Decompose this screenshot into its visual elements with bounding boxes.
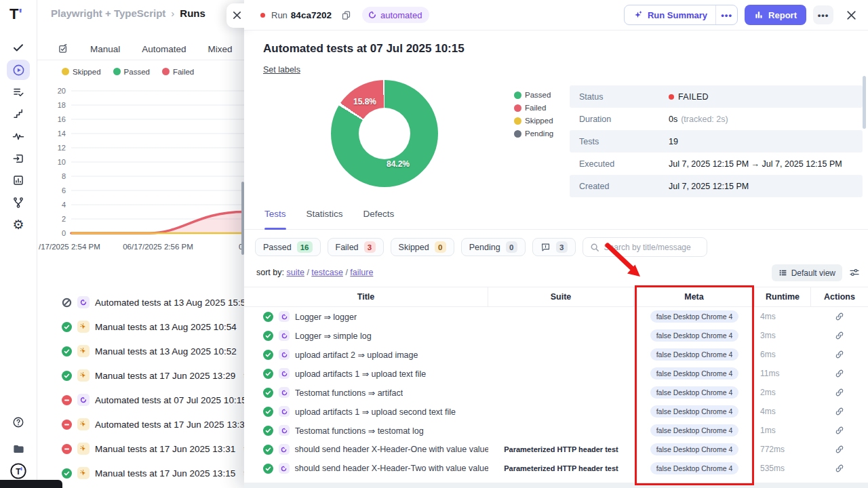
- link-icon[interactable]: [835, 445, 844, 454]
- sidebar-item-settings[interactable]: ⚙: [7, 214, 30, 235]
- passed-dot-icon: [514, 92, 521, 99]
- link-icon[interactable]: [835, 369, 844, 378]
- table-row[interactable]: upload artifact 2 ⇒ upload image false D…: [244, 345, 868, 364]
- tab-mixed[interactable]: Mixed: [208, 44, 233, 54]
- panel-scrollbar[interactable]: [863, 76, 866, 129]
- default-view-button[interactable]: Default view: [772, 264, 842, 281]
- run-list-item[interactable]: Manual tests at 13 Aug 2025 10:52 fro: [62, 344, 254, 358]
- status-passed-icon: [263, 407, 273, 417]
- table-row[interactable]: Logger ⇒ simple log false Desktop Chrome…: [244, 326, 868, 345]
- status-passed-icon: [263, 445, 273, 455]
- set-labels-link[interactable]: Set labels: [263, 65, 300, 75]
- table-row[interactable]: should send header X-Header-Two with val…: [244, 459, 868, 478]
- column-suite[interactable]: Suite: [488, 287, 634, 306]
- search-input[interactable]: [604, 243, 700, 252]
- close-icon: [232, 10, 242, 20]
- tab-automated[interactable]: Automated: [142, 44, 186, 54]
- meta-badge: false Desktop Chrome 4: [650, 367, 739, 380]
- bot-icon: [368, 10, 377, 20]
- app-logo[interactable]: T': [9, 5, 22, 23]
- run-list-item[interactable]: Manual tests at 17 Jun 2025 13:31 from: [62, 442, 259, 455]
- activity-icon: [12, 130, 24, 142]
- run-id: 84ca7202: [291, 10, 332, 20]
- test-suite: [488, 383, 634, 402]
- link-icon[interactable]: [835, 350, 844, 359]
- failed-dot-icon: [514, 104, 521, 112]
- play-circle-icon: [12, 64, 25, 77]
- run-list-item[interactable]: Manual tests at 17 Jun 2025 13:15 from: [62, 466, 259, 480]
- run-list-item[interactable]: Automated tests at 13 Aug 2025 15:53: [62, 296, 259, 309]
- filter-pending-chip[interactable]: Pending0: [461, 238, 526, 256]
- sidebar-item-milestones[interactable]: [7, 104, 30, 124]
- sidebar-item-analytics[interactable]: [7, 170, 30, 190]
- passed-dot-icon: [113, 68, 121, 75]
- profile-logo-button[interactable]: T: [7, 461, 30, 481]
- legend-passed[interactable]: Passed: [113, 68, 150, 76]
- search-box[interactable]: [583, 237, 707, 257]
- run-list-item[interactable]: Manual tests at 17 Jun 2025 13:29 fron: [62, 369, 257, 382]
- filter-failed-chip[interactable]: Failed3: [328, 238, 384, 256]
- test-suite: [488, 326, 634, 345]
- link-icon[interactable]: [835, 388, 844, 397]
- run-list-item[interactable]: Automated tests at 17 Jun 2025 13:30: [62, 418, 258, 431]
- report-button[interactable]: Report: [745, 5, 806, 25]
- meta-badge: false Desktop Chrome 4: [650, 424, 739, 436]
- app-screen: Playwright + TypeScript › Runs Manual Au…: [0, 0, 868, 488]
- run-summary-button[interactable]: Run Summary •••: [624, 5, 738, 25]
- tab-tests[interactable]: Tests: [264, 209, 286, 229]
- table-row[interactable]: Logger ⇒ logger false Desktop Chrome 4 4…: [244, 307, 868, 326]
- automated-badge[interactable]: automated: [362, 7, 429, 23]
- filter-passed-chip[interactable]: Passed16: [255, 238, 321, 256]
- legend-failed[interactable]: Failed: [162, 68, 194, 76]
- column-title[interactable]: Title: [244, 287, 488, 306]
- sidebar-item-branches[interactable]: [7, 192, 30, 213]
- column-runtime[interactable]: Runtime: [755, 287, 811, 306]
- close-panel-button[interactable]: [846, 9, 857, 21]
- column-meta[interactable]: Meta: [634, 287, 755, 306]
- sidebar-item-plans[interactable]: [7, 82, 30, 102]
- table-row[interactable]: upload artifacts 1 ⇒ upload second text …: [244, 402, 868, 421]
- svg-text:12: 12: [58, 144, 66, 152]
- help-button[interactable]: [7, 412, 30, 432]
- link-icon[interactable]: [835, 407, 844, 416]
- tab-defects[interactable]: Defects: [363, 209, 395, 229]
- svg-text:T: T: [16, 467, 21, 476]
- tab-statistics[interactable]: Statistics: [307, 209, 343, 229]
- status-dot-icon: [669, 94, 674, 100]
- sort-testcase-link[interactable]: testcase: [311, 268, 343, 277]
- summary-row-executed: Executed Jul 7, 2025 12:15 PM → Jul 7, 2…: [570, 152, 863, 175]
- copy-icon[interactable]: [341, 10, 351, 20]
- breadcrumb-project[interactable]: Playwright + TypeScript: [51, 7, 165, 19]
- more-actions-button[interactable]: •••: [813, 5, 833, 24]
- run-list-item[interactable]: Automated tests at 07 Jul 2025 10:15: [62, 393, 255, 407]
- tab-manual[interactable]: Manual: [90, 44, 120, 54]
- legend-skipped[interactable]: Skipped: [62, 68, 101, 76]
- link-icon[interactable]: [835, 331, 844, 340]
- link-icon[interactable]: [835, 464, 844, 473]
- link-icon[interactable]: [835, 312, 844, 321]
- filter-skipped-chip[interactable]: Skipped0: [391, 238, 454, 256]
- run-summary-more-button[interactable]: •••: [715, 5, 737, 24]
- sidebar-item-pulse[interactable]: [7, 126, 30, 146]
- view-settings-icon[interactable]: [849, 267, 860, 278]
- table-row[interactable]: should send header X-Header-One with val…: [244, 440, 868, 459]
- select-runs-icon[interactable]: [58, 43, 68, 54]
- table-row[interactable]: upload artifacts 1 ⇒ upload text file fa…: [244, 364, 868, 383]
- breadcrumb-current: Runs: [180, 7, 205, 19]
- projects-button[interactable]: [7, 439, 30, 459]
- sort-suite-link[interactable]: suite: [286, 268, 304, 277]
- test-suite: [488, 421, 634, 440]
- sidebar-item-import[interactable]: [7, 148, 30, 169]
- column-actions[interactable]: Actions: [811, 287, 868, 306]
- link-icon[interactable]: [835, 426, 844, 435]
- sidebar-item-runs[interactable]: [7, 60, 30, 80]
- table-row[interactable]: Testomat functions ⇒ testomat log false …: [244, 421, 868, 440]
- test-title: should send header X-Header-Two with val…: [295, 464, 488, 473]
- run-list-item[interactable]: Manual tests at 13 Aug 2025 10:54 2: [62, 320, 249, 333]
- table-row[interactable]: Testomat functions ⇒ artifact false Desk…: [244, 383, 868, 402]
- failed-percent-label: 15.8%: [353, 97, 376, 106]
- sort-failure-link[interactable]: failure: [350, 268, 373, 277]
- automated-test-icon: [279, 349, 290, 360]
- filter-comments-chip[interactable]: 3: [532, 238, 576, 256]
- sidebar-item-tests[interactable]: [7, 37, 30, 58]
